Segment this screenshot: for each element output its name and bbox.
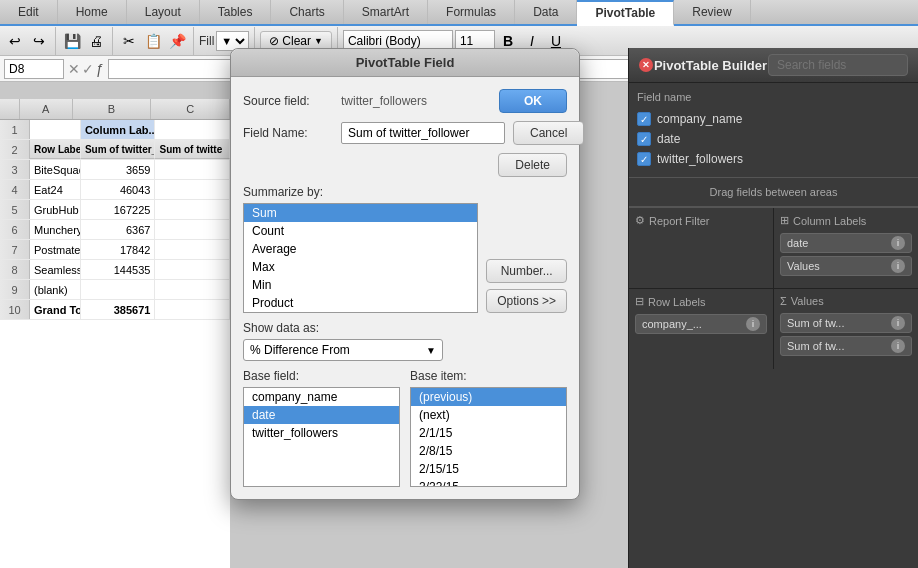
- tab-layout[interactable]: Layout: [127, 0, 200, 24]
- search-fields-input[interactable]: [768, 54, 908, 76]
- fill-label: Fill: [199, 34, 214, 48]
- field-name-text: company_name: [657, 112, 742, 126]
- cancel-button[interactable]: Cancel: [513, 121, 584, 145]
- tab-formulas[interactable]: Formulas: [428, 0, 515, 24]
- field-item[interactable]: ✓twitter_followers: [637, 149, 910, 169]
- table-row: 10Grand Total385671: [0, 300, 230, 320]
- filter-icon: ⚙: [635, 214, 645, 227]
- base-item-item[interactable]: (next): [411, 406, 566, 424]
- base-item-item[interactable]: 2/8/15: [411, 442, 566, 460]
- delete-button[interactable]: Delete: [498, 153, 567, 177]
- row-labels-zone[interactable]: ⊟ Row Labels company_... i: [629, 289, 773, 369]
- base-field-label: Base field:: [243, 369, 400, 383]
- field-name-text: twitter_followers: [657, 152, 743, 166]
- tab-pivottable[interactable]: PivotTable: [577, 0, 674, 26]
- cancel-formula-icon[interactable]: ✕: [68, 61, 80, 77]
- summarize-item[interactable]: Sum: [244, 204, 477, 222]
- field-name-label: Field Name:: [243, 126, 333, 140]
- tab-home[interactable]: Home: [58, 0, 127, 24]
- date-info-icon[interactable]: i: [891, 236, 905, 250]
- summarize-item[interactable]: Min: [244, 276, 477, 294]
- show-data-label: Show data as:: [243, 321, 567, 335]
- report-filter-zone[interactable]: ⚙ Report Filter: [629, 208, 773, 288]
- tab-tables[interactable]: Tables: [200, 0, 272, 24]
- dropdown-arrow-icon: ▼: [426, 345, 436, 356]
- clear-icon: ⊘: [269, 34, 279, 48]
- values-zone[interactable]: Σ Values Sum of tw... i Sum of tw... i: [774, 289, 918, 369]
- field-checkbox[interactable]: ✓: [637, 112, 651, 126]
- field-checkbox[interactable]: ✓: [637, 132, 651, 146]
- column-values-item[interactable]: Values i: [780, 256, 912, 276]
- values-info-icon[interactable]: i: [891, 259, 905, 273]
- copy-icon[interactable]: 📋: [142, 30, 164, 52]
- pivot-field-dialog: PivotTable Field Source field: twitter_f…: [230, 48, 580, 500]
- base-field-list[interactable]: company_namedatetwitter_followers: [243, 387, 400, 487]
- tab-charts[interactable]: Charts: [271, 0, 343, 24]
- base-field-item[interactable]: twitter_followers: [244, 424, 399, 442]
- summarize-item[interactable]: Product: [244, 294, 477, 312]
- clear-dropdown-arrow[interactable]: ▼: [314, 36, 323, 46]
- drag-area-label: Drag fields between areas: [629, 178, 918, 207]
- summarize-item[interactable]: Count Numbers: [244, 312, 477, 313]
- base-item-item[interactable]: (previous): [411, 388, 566, 406]
- value-sum-tw-1[interactable]: Sum of tw... i: [780, 313, 912, 333]
- formula-controls: ✕ ✓ ƒ: [68, 61, 104, 77]
- show-data-dropdown[interactable]: % Difference From ▼: [243, 339, 443, 361]
- row-company-item[interactable]: company_... i: [635, 314, 767, 334]
- summarize-item[interactable]: Average: [244, 240, 477, 258]
- base-item-list[interactable]: (previous)(next)2/1/152/8/152/15/152/22/…: [410, 387, 567, 487]
- separator-1: [55, 27, 56, 55]
- base-item-item[interactable]: 2/22/15: [411, 478, 566, 487]
- ok-button[interactable]: OK: [499, 89, 567, 113]
- tab-edit[interactable]: Edit: [0, 0, 58, 24]
- table-row: 8Seamless144535: [0, 260, 230, 280]
- column-date-item[interactable]: date i: [780, 233, 912, 253]
- sum-col-c-header: Sum of twitte: [155, 140, 230, 159]
- close-button[interactable]: ✕: [639, 58, 653, 72]
- table-row: 5GrubHub167225: [0, 200, 230, 220]
- field-item[interactable]: ✓company_name: [637, 109, 910, 129]
- field-list: ✓company_name✓date✓twitter_followers: [637, 109, 910, 169]
- field-item[interactable]: ✓date: [637, 129, 910, 149]
- undo-icon[interactable]: ↩: [4, 30, 26, 52]
- summarize-item[interactable]: Count: [244, 222, 477, 240]
- summarize-item[interactable]: Max: [244, 258, 477, 276]
- value-sum-tw-2[interactable]: Sum of tw... i: [780, 336, 912, 356]
- cut-icon[interactable]: ✂: [118, 30, 140, 52]
- sum-tw1-info-icon[interactable]: i: [891, 316, 905, 330]
- base-field-item[interactable]: date: [244, 406, 399, 424]
- column-labels-zone[interactable]: ⊞ Column Labels date i Values i: [774, 208, 918, 288]
- function-icon[interactable]: ƒ: [96, 61, 104, 77]
- tab-review[interactable]: Review: [674, 0, 750, 24]
- base-item-item[interactable]: 2/15/15: [411, 460, 566, 478]
- table-row: 1 Column Lab...: [0, 120, 230, 140]
- options-button[interactable]: Options >>: [486, 289, 567, 313]
- sigma-icon: Σ: [780, 295, 787, 307]
- confirm-formula-icon[interactable]: ✓: [82, 61, 94, 77]
- print-icon[interactable]: 🖨: [85, 30, 107, 52]
- col-headers: A B C: [0, 99, 230, 120]
- company-info-icon[interactable]: i: [746, 317, 760, 331]
- tab-smartart[interactable]: SmartArt: [344, 0, 428, 24]
- sum-tw2-info-icon[interactable]: i: [891, 339, 905, 353]
- cell-reference[interactable]: [4, 59, 64, 79]
- number-button[interactable]: Number...: [486, 259, 567, 283]
- tab-strip: Edit Home Layout Tables Charts SmartArt …: [0, 0, 918, 26]
- builder-title: PivotTable Builder: [654, 58, 767, 73]
- sheet-rows: 3BiteSquad36594Eat24460435GrubHub1672256…: [0, 160, 230, 320]
- field-checkbox[interactable]: ✓: [637, 152, 651, 166]
- pivot-builder: ✕ PivotTable Builder Field name ✓company…: [628, 48, 918, 568]
- source-field-value: twitter_followers: [341, 94, 427, 108]
- summarize-list[interactable]: SumCountAverageMaxMinProductCount Number…: [243, 203, 478, 313]
- redo-icon[interactable]: ↪: [28, 30, 50, 52]
- table-row: 4Eat2446043: [0, 180, 230, 200]
- save-icon[interactable]: 💾: [61, 30, 83, 52]
- base-item-label: Base item:: [410, 369, 567, 383]
- paste-icon[interactable]: 📌: [166, 30, 188, 52]
- field-name-input[interactable]: [341, 122, 505, 144]
- pivot-table-area: A B C 1 Column Lab... 2 Row Labels Sum o…: [0, 99, 230, 568]
- base-field-item[interactable]: company_name: [244, 388, 399, 406]
- base-item-item[interactable]: 2/1/15: [411, 424, 566, 442]
- row-labels-header: Row Labels: [30, 140, 81, 159]
- tab-data[interactable]: Data: [515, 0, 577, 24]
